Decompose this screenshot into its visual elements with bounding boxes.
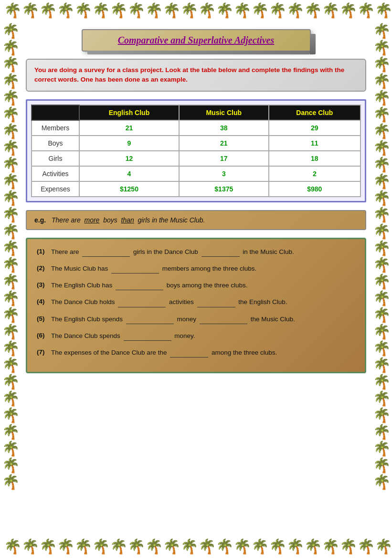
palm-icon: 🌴 bbox=[373, 390, 391, 407]
palm-icon: 🌴 bbox=[4, 2, 21, 19]
palm-icon: 🌴 bbox=[2, 357, 20, 373]
palm-icon: 🌴 bbox=[92, 2, 110, 19]
palm-icon: 🌴 bbox=[373, 106, 391, 123]
palm-icon: 🌴 bbox=[4, 538, 21, 555]
palm-icon: 🌴 bbox=[373, 56, 391, 73]
palm-icon: 🌴 bbox=[163, 2, 180, 19]
right-border-col: 🌴 🌴 🌴 🌴 🌴 🌴 🌴 🌴 🌴 🌴 🌴 🌴 🌴 🌴 🌴 🌴 🌴 🌴 🌴 🌴 … bbox=[371, 21, 392, 536]
palm-icon: 🌴 bbox=[2, 173, 20, 190]
page-title: Comparative and Superlative Adjectives bbox=[118, 35, 275, 45]
palm-icon: 🌴 bbox=[2, 440, 20, 457]
table-row: Members 21 38 29 bbox=[32, 120, 360, 136]
main-content: Comparative and Superlative Adjectives Y… bbox=[21, 21, 371, 536]
palm-icon: 🌴 bbox=[233, 2, 251, 19]
palm-icon: 🌴 bbox=[127, 538, 145, 555]
exercise-num-1: (1) bbox=[37, 247, 51, 257]
cell-dance-1: 11 bbox=[269, 136, 360, 151]
palm-icon: 🌴 bbox=[39, 2, 57, 19]
palm-icon: 🌴 bbox=[2, 223, 20, 240]
palm-icon: 🌴 bbox=[2, 106, 20, 123]
cell-english-4: $1250 bbox=[79, 181, 179, 197]
palm-icon: 🌴 bbox=[2, 240, 20, 256]
exercise-item-5: (5) The English Club spends money the Mu… bbox=[37, 314, 355, 324]
left-border-col: 🌴 🌴 🌴 🌴 🌴 🌴 🌴 🌴 🌴 🌴 🌴 🌴 🌴 🌴 🌴 🌴 🌴 🌴 🌴 🌴 … bbox=[0, 21, 21, 536]
exercise-item-3: (3) The English Club has boys among the … bbox=[37, 280, 355, 290]
palm-icon: 🌴 bbox=[2, 407, 20, 423]
palm-icon: 🌴 bbox=[92, 538, 110, 555]
cell-dance-0: 29 bbox=[269, 120, 360, 136]
palm-icon: 🌴 bbox=[2, 256, 20, 273]
palm-icon: 🌴 bbox=[357, 538, 375, 555]
palm-icon: 🌴 bbox=[373, 440, 391, 457]
palm-icon: 🌴 bbox=[373, 273, 391, 290]
exercise-text-2: The Music Club has members among the thr… bbox=[51, 263, 355, 274]
blank bbox=[197, 297, 235, 307]
palm-icon: 🌴 bbox=[304, 538, 322, 555]
table-row: Activities 4 3 2 bbox=[32, 166, 360, 181]
palm-icon: 🌴 bbox=[373, 139, 391, 156]
cell-english-2: 12 bbox=[79, 151, 179, 166]
palm-icon: 🌴 bbox=[2, 139, 20, 156]
palm-icon: 🌴 bbox=[373, 357, 391, 373]
table-row: Girls 12 17 18 bbox=[32, 151, 360, 166]
palm-icon: 🌴 bbox=[373, 73, 391, 89]
palm-icon: 🌴 bbox=[2, 290, 20, 306]
palm-icon: 🌴 bbox=[2, 89, 20, 106]
data-table-wrapper: English Club Music Club Dance Club Membe… bbox=[26, 99, 366, 202]
palm-icon: 🌴 bbox=[373, 206, 391, 223]
blank bbox=[201, 247, 240, 257]
palm-icon: 🌴 bbox=[21, 538, 39, 555]
palm-icon: 🌴 bbox=[339, 2, 357, 19]
palm-icon: 🌴 bbox=[373, 457, 391, 474]
row-label-3: Activities bbox=[32, 166, 79, 181]
exercise-text-1: There are girls in the Dance Club in the… bbox=[51, 247, 355, 257]
palm-icon: 🌴 bbox=[216, 538, 233, 555]
table-row: Expenses $1250 $1375 $980 bbox=[32, 181, 360, 197]
palm-icon: 🌴 bbox=[39, 538, 57, 555]
cell-dance-2: 18 bbox=[269, 151, 360, 166]
palm-icon: 🌴 bbox=[373, 474, 391, 490]
exercise-text-7: The expenses of the Dance Club are the a… bbox=[51, 347, 355, 358]
exercise-item-6: (6) The Dance Club spends money. bbox=[37, 331, 355, 341]
blank bbox=[82, 247, 130, 257]
palm-icon: 🌴 bbox=[373, 123, 391, 139]
palm-icon: 🌴 bbox=[2, 56, 20, 73]
palm-icon: 🌴 bbox=[373, 156, 391, 173]
palm-icon: 🌴 bbox=[269, 538, 286, 555]
palm-icon: 🌴 bbox=[373, 173, 391, 190]
exercise-num-6: (6) bbox=[37, 331, 51, 341]
table-header-music: Music Club bbox=[179, 105, 269, 120]
palm-icon: 🌴 bbox=[373, 240, 391, 256]
palm-icon: 🌴 bbox=[286, 538, 304, 555]
palm-icon: 🌴 bbox=[198, 2, 216, 19]
palm-icon: 🌴 bbox=[373, 423, 391, 440]
palm-icon: 🌴 bbox=[251, 2, 269, 19]
row-label-1: Boys bbox=[32, 136, 79, 151]
palm-icon: 🌴 bbox=[373, 223, 391, 240]
instructions-box: You are doing a survey for a class proje… bbox=[26, 59, 366, 92]
exercise-item-4: (4) The Dance Club holds activities the … bbox=[37, 297, 355, 307]
palm-icon: 🌴 bbox=[373, 290, 391, 306]
palm-icon: 🌴 bbox=[375, 538, 392, 555]
palm-icon: 🌴 bbox=[373, 306, 391, 323]
palm-icon: 🌴 bbox=[145, 538, 163, 555]
exercise-text-5: The English Club spends money the Music … bbox=[51, 314, 355, 324]
exercise-num-2: (2) bbox=[37, 263, 51, 274]
exercise-num-3: (3) bbox=[37, 280, 51, 290]
palm-icon: 🌴 bbox=[110, 2, 127, 19]
exercise-item-2: (2) The Music Club has members among the… bbox=[37, 263, 355, 274]
palm-icon: 🌴 bbox=[2, 423, 20, 440]
example-mid: boys bbox=[103, 216, 117, 224]
palm-icon: 🌴 bbox=[373, 407, 391, 423]
top-border-row: 🌴 🌴 🌴 🌴 🌴 🌴 🌴 🌴 🌴 🌴 🌴 🌴 🌴 🌴 🌴 🌴 🌴 🌴 🌴 🌴 … bbox=[0, 0, 392, 21]
palm-icon: 🌴 bbox=[145, 2, 163, 19]
palm-icon: 🌴 bbox=[373, 89, 391, 106]
palm-icon: 🌴 bbox=[127, 2, 145, 19]
blank bbox=[126, 314, 174, 324]
row-label-2: Girls bbox=[32, 151, 79, 166]
palm-icon: 🌴 bbox=[339, 538, 357, 555]
cell-music-0: 38 bbox=[179, 120, 269, 136]
palm-icon: 🌴 bbox=[2, 39, 20, 56]
instructions-text: You are doing a survey for a class proje… bbox=[34, 66, 344, 83]
blank bbox=[170, 347, 208, 358]
